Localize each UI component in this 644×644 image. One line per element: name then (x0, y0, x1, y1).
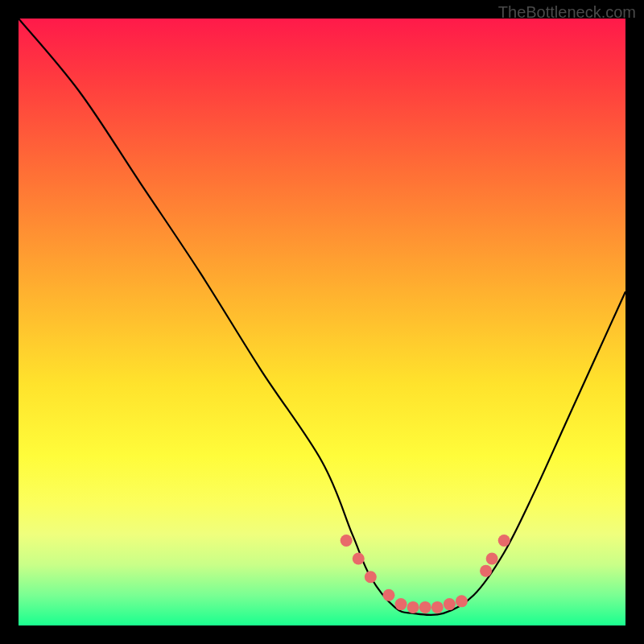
chart-svg (19, 19, 625, 625)
curve-line (19, 19, 625, 615)
marker-dot (456, 595, 468, 607)
marker-dots (341, 535, 510, 613)
plot-area (19, 19, 625, 625)
marker-dot (480, 565, 492, 577)
marker-dot (444, 598, 456, 610)
marker-dot (419, 601, 431, 613)
marker-dot (431, 601, 444, 613)
marker-dot (365, 571, 377, 583)
marker-dot (382, 589, 394, 601)
marker-dot (486, 553, 498, 565)
marker-dot (498, 535, 510, 547)
marker-dot (353, 553, 365, 565)
marker-dot (341, 535, 353, 547)
marker-dot (407, 601, 419, 613)
chart-container: TheBottleneck.com (0, 0, 644, 644)
marker-dot (395, 598, 407, 610)
watermark-text: TheBottleneck.com (498, 3, 636, 22)
